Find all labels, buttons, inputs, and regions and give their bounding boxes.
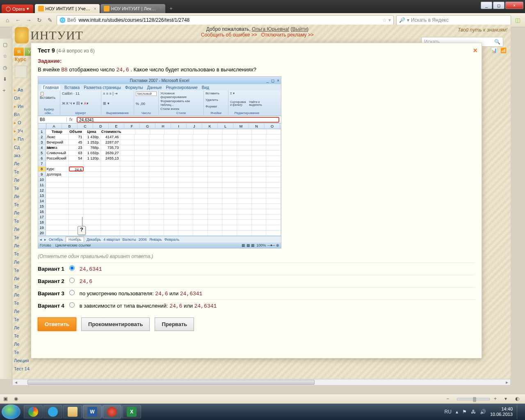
sidebar-item[interactable]: Те <box>14 168 30 176</box>
bg-tab-ya[interactable]: Я <box>14 48 24 56</box>
sidebar-item[interactable]: Те <box>14 267 30 274</box>
answer-button[interactable]: Ответить <box>38 317 76 331</box>
plus-icon[interactable]: + <box>3 88 9 94</box>
language-indicator[interactable]: RU <box>445 409 452 415</box>
url-input[interactable]: 🌐 Веб www.intuit.ru/studies/courses/1128… <box>57 15 394 25</box>
abort-button[interactable]: Прервать <box>155 317 194 331</box>
sidebar-item[interactable]: Ле <box>14 258 30 266</box>
tab-close-icon[interactable]: × <box>160 6 162 11</box>
taskbar-chrome[interactable] <box>24 405 43 418</box>
search-icon[interactable]: 🔍 <box>494 39 500 45</box>
sidebar-item[interactable]: Те <box>14 283 30 290</box>
star-icon[interactable]: ☆ <box>3 53 9 60</box>
scroll-thumb[interactable] <box>27 380 315 385</box>
fit-icon[interactable]: ▾ <box>504 396 511 402</box>
option-radio[interactable] <box>69 265 75 271</box>
downloads-icon[interactable]: ⬇ <box>3 76 9 83</box>
sidebar-item[interactable]: Те <box>14 349 30 356</box>
chevron-down-icon[interactable]: ▾ <box>407 17 409 23</box>
show-desktop-button[interactable] <box>517 404 520 419</box>
sidebar-item[interactable]: Ле <box>14 291 30 299</box>
volume-icon[interactable]: 🔊 <box>480 409 486 415</box>
tab-1[interactable]: НОУ ИНТУИТ | Учебн... × <box>35 4 100 13</box>
bookmark-star-icon[interactable]: ☆ <box>382 17 387 23</box>
clock[interactable]: 14:40 10.06.2013 <box>490 406 513 417</box>
action-center-icon[interactable]: ⚑ <box>462 409 467 415</box>
zoom-in-icon[interactable]: + <box>494 396 500 402</box>
comment-button[interactable]: Прокомментировать <box>81 317 150 331</box>
home-button[interactable]: ⌂ <box>3 16 11 24</box>
forward-button[interactable]: → <box>25 16 33 24</box>
sidebar-item[interactable]: ▸ Пл <box>14 135 30 143</box>
sidebar-item[interactable]: ▸ Уч <box>14 127 30 135</box>
sidebar-item[interactable]: Вл <box>14 111 30 118</box>
zoom-out-icon[interactable]: − <box>446 396 453 402</box>
taskbar-skype[interactable] <box>43 405 62 418</box>
sync-icon[interactable]: ◉ <box>14 396 21 402</box>
option-radio[interactable] <box>69 302 75 308</box>
sidebar-item[interactable]: ▸ Ав <box>14 86 30 94</box>
sidebar-item[interactable]: Ле <box>14 226 30 233</box>
taskbar-opera[interactable] <box>103 405 121 418</box>
zoom-slider[interactable] <box>457 398 490 400</box>
sidebar-item[interactable]: Те <box>14 299 30 307</box>
report-error-link[interactable]: Сообщить об ошибке >> <box>201 32 257 38</box>
sidebar-item[interactable]: Те <box>14 217 30 225</box>
sidebar-item[interactable]: Ле <box>14 275 30 282</box>
sidebar-item[interactable]: Лекция 14 <box>14 357 30 364</box>
sidebar-item[interactable]: Ле <box>14 160 30 167</box>
wand-button[interactable]: ✎ <box>46 16 54 24</box>
window-maximize-button[interactable]: ◻ <box>493 2 504 9</box>
sidebar-item[interactable]: Ол <box>14 94 30 102</box>
signal-icon[interactable]: ◫ <box>514 16 522 24</box>
bookmarks-icon[interactable]: ▢ <box>3 42 9 48</box>
taskbar-explorer[interactable] <box>63 405 82 418</box>
window-minimize-button[interactable]: _ <box>481 2 492 9</box>
option-radio[interactable] <box>69 290 75 295</box>
user-name-link[interactable]: Ольга Юрьевна! <box>252 26 289 32</box>
sidebar-item[interactable]: экз <box>14 152 30 159</box>
sidebar-item[interactable]: ▸ Ин <box>14 103 30 110</box>
taskbar-word[interactable]: W <box>83 405 102 418</box>
tab-2[interactable]: НОУ ИНТУИТ | Лекци... × <box>100 4 165 13</box>
chevron-down-icon[interactable]: ▾ <box>388 17 391 23</box>
sidebar-item[interactable]: Те <box>14 332 30 340</box>
sidebar-item[interactable]: Те <box>14 316 30 323</box>
sidebar-item[interactable]: Ле <box>14 324 30 331</box>
taskbar-excel[interactable]: X <box>122 405 141 418</box>
sidebar-item[interactable]: Ле <box>14 209 30 217</box>
history-icon[interactable]: ◷ <box>3 65 9 71</box>
sidebar-item[interactable]: Тест 14 <box>14 365 30 372</box>
sidebar-item[interactable]: Те <box>14 250 30 258</box>
new-tab-button[interactable]: + <box>166 4 176 13</box>
sidebar-item[interactable]: Ле <box>14 242 30 249</box>
sidebar-item[interactable]: Те <box>14 234 30 241</box>
network-icon[interactable]: 🖧 <box>471 409 476 415</box>
logout-link[interactable]: Выйти <box>292 26 307 32</box>
sidebar-item[interactable]: Ле <box>14 308 30 315</box>
dialog-close-button[interactable]: × <box>473 46 477 55</box>
panel-icon[interactable]: ▣ <box>3 396 10 402</box>
sidebar-item[interactable]: Ле <box>14 176 30 184</box>
window-close-button[interactable]: × <box>505 2 523 9</box>
start-button[interactable] <box>2 404 21 419</box>
sidebar-item[interactable]: Те <box>14 185 30 192</box>
content-scrollbar[interactable]: ◂ ▸ <box>12 379 511 386</box>
reload-button[interactable]: ↻ <box>35 16 43 24</box>
tray-up-icon[interactable]: ▴ <box>456 409 458 415</box>
site-logo[interactable]: ИНТУИТ <box>15 27 83 43</box>
opera-menu-button[interactable]: ◯ Opera ▾ <box>2 5 33 13</box>
tab-close-icon[interactable]: × <box>94 6 96 11</box>
sidebar-item[interactable]: Сд <box>14 144 30 151</box>
rss-icon[interactable]: 📶 <box>500 48 507 53</box>
disable-ads-link[interactable]: Отключить рекламу >> <box>261 32 314 38</box>
sidebar-item[interactable]: Те <box>14 201 30 208</box>
sidebar-item[interactable]: Ле <box>14 340 30 348</box>
sidebar-item[interactable]: Ле <box>14 193 30 200</box>
search-input[interactable]: 🔎 ▾ Искать в Яндекс <box>396 15 511 25</box>
stats-icon[interactable]: 📊 <box>491 48 497 53</box>
back-button[interactable]: ← <box>14 16 22 24</box>
turbo-icon[interactable]: ◐ <box>515 396 522 402</box>
option-radio[interactable] <box>69 278 75 283</box>
sidebar-item[interactable]: ▸ О <box>14 119 30 126</box>
